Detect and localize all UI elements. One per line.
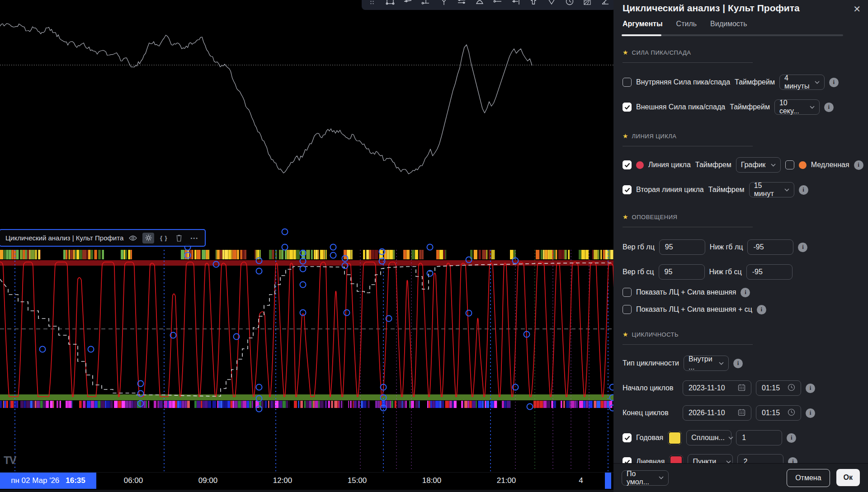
indicator-legend[interactable]: Циклический анализ | Культ Профита { } •… [0, 229, 206, 247]
checkbox-show-lc-outer-sc[interactable] [623, 305, 632, 314]
parallel-channel-tool-icon[interactable] [456, 0, 467, 7]
info-icon[interactable]: i [806, 384, 815, 393]
dialog-footer: По умол... Отмена Ок [613, 463, 868, 492]
slow-line-color-swatch[interactable] [799, 161, 807, 169]
arrow-marker-tool-icon[interactable] [528, 0, 539, 7]
star-icon: ★ [623, 331, 628, 338]
more-options-icon[interactable]: ••• [189, 233, 200, 244]
row-show-lc-outer: Показать ЛЦ + Сила внешняя i [623, 286, 861, 299]
input-lower-bound-lc[interactable]: -95 [747, 239, 793, 255]
calendar-icon [738, 384, 745, 393]
cycle-line-color-swatch[interactable] [636, 161, 644, 169]
tab-visibility[interactable]: Видимость [710, 20, 747, 33]
tab-arguments[interactable]: Аргументы [623, 20, 663, 33]
checkbox-cycle-line[interactable] [623, 160, 632, 169]
input-end-time[interactable]: 01:15 [756, 405, 801, 421]
star-icon: ★ [623, 213, 628, 220]
input-start-date[interactable]: 2023-11-10 [683, 380, 751, 396]
row-inner-peak-strength: Внутряняя Сила пика/спада Таймфрейм 4 ми… [623, 74, 861, 90]
input-lower-bound-sc[interactable]: -95 [746, 264, 793, 280]
close-icon[interactable]: ✕ [853, 4, 861, 14]
time-tick: 09:00 [198, 476, 218, 485]
trend-angle-tool-icon[interactable] [599, 0, 611, 7]
info-icon[interactable]: i [829, 78, 839, 87]
input-upper-bound-lc[interactable]: 95 [659, 239, 705, 255]
info-icon[interactable]: i [806, 408, 815, 418]
gear-icon[interactable] [142, 233, 154, 244]
row-cycles-end: Конец циклов 2026-11-10 01:15 i [623, 405, 861, 421]
eye-icon[interactable] [127, 233, 139, 244]
trendline-tool-icon[interactable] [402, 0, 414, 7]
gann-box-tool-icon[interactable] [581, 0, 593, 7]
row-cyclicity-type: Тип цикличности Внутри ... i [623, 355, 861, 371]
section-cycle-line: ★ ЛИНИЯ ЦИКЛА [623, 132, 753, 146]
tab-underline [622, 34, 843, 36]
calendar-icon [738, 408, 745, 418]
star-icon: ★ [623, 132, 628, 140]
time-tick: 12:00 [273, 476, 292, 485]
rectangle-tool-icon[interactable] [384, 0, 396, 7]
yearly-color-swatch[interactable] [668, 431, 682, 445]
badge-time: 16:35 [66, 476, 85, 485]
checkbox-show-lc-outer[interactable] [623, 288, 632, 297]
time-tick: 4 [579, 476, 583, 485]
dropdown-cycle-timeframe[interactable]: График [736, 157, 781, 173]
time-tick: 06:00 [124, 476, 143, 485]
section-alerts: ★ ОПОВЕЩЕНИЯ [623, 213, 753, 227]
dropdown-defaults[interactable]: По умол... [622, 470, 669, 486]
dropdown-outer-peak-timeframe[interactable]: 10 секу... [774, 99, 820, 115]
triangle-pattern-tool-icon[interactable] [546, 0, 557, 7]
dropdown-yearly-style[interactable]: Сплошн... [686, 430, 731, 445]
info-icon[interactable]: i [798, 243, 807, 252]
clock-icon [788, 384, 795, 393]
input-upper-bound-sc[interactable]: 95 [659, 264, 705, 280]
drawing-toolbar[interactable] [362, 0, 616, 10]
info-icon[interactable]: i [757, 305, 766, 314]
checkbox-slow-line[interactable] [785, 160, 794, 169]
crosshair-time-badge: пн 02 Мар '26 16:35 [0, 473, 96, 489]
info-icon[interactable]: i [787, 433, 796, 443]
info-icon[interactable]: i [799, 185, 808, 195]
info-icon[interactable]: i [741, 288, 750, 297]
clock-icon [788, 408, 795, 418]
input-start-time[interactable]: 01:15 [756, 380, 801, 396]
time-axis[interactable]: пн 02 Мар '26 16:35 06:0009:0012:0015:00… [0, 472, 613, 490]
info-icon[interactable]: i [854, 160, 863, 170]
info-icon[interactable]: i [733, 359, 743, 368]
horizontal-ray-tool-icon[interactable] [492, 0, 504, 7]
tab-style[interactable]: Стиль [676, 20, 697, 33]
indicator-settings-dialog: Циклический анализ | Культ Профита ✕ Арг… [613, 0, 868, 492]
section-peak-strength: ★ СИЛА ПИКА/СПАДА [623, 49, 753, 63]
tradingview-logo: TV [4, 455, 16, 467]
badge-date: пн 02 Мар '26 [11, 476, 59, 485]
ok-button[interactable]: Ок [836, 469, 860, 486]
dialog-tabs: Аргументы Стиль Видимость [623, 20, 747, 33]
row-outer-peak-strength: Внешняя Сила пика/спада Таймфрейм 10 сек… [623, 99, 861, 115]
dropdown-inner-peak-timeframe[interactable]: 4 минуты [779, 75, 825, 90]
input-yearly-width[interactable]: 1 [736, 430, 782, 445]
row-alert-bounds-sc: Вер гб сц 95 Ниж гб сц -95 [623, 264, 861, 280]
dialog-title: Циклический анализ | Культ Профита [623, 3, 800, 14]
info-icon[interactable]: i [824, 103, 834, 112]
source-code-icon[interactable]: { } [158, 233, 170, 244]
trading-app-window: Циклический анализ | Культ Профита { } •… [0, 0, 868, 492]
checkbox-second-cycle[interactable] [623, 185, 632, 194]
pitchfork-tool-icon[interactable] [438, 0, 450, 7]
checkbox-yearly[interactable] [623, 433, 632, 442]
cancel-button[interactable]: Отмена [787, 469, 830, 487]
price-range-tool-icon[interactable] [510, 0, 522, 7]
time-tick: 18:00 [422, 476, 442, 485]
section-cyclicity: ★ ЦИКЛИЧНОСТЬ [623, 331, 753, 345]
checkbox-inner-peak[interactable] [623, 78, 632, 87]
checkbox-outer-peak[interactable] [623, 103, 632, 112]
cycle-clock-tool-icon[interactable] [564, 0, 576, 7]
arc-tool-icon[interactable] [474, 0, 486, 7]
row-yearly-cycle: Годовая Сплошн... 1 i [623, 430, 861, 446]
drag-handle-icon[interactable] [366, 0, 378, 7]
dropdown-cyclicity-type[interactable]: Внутри ... [684, 356, 729, 371]
time-tick: 21:00 [497, 476, 516, 485]
trash-icon[interactable] [173, 233, 185, 244]
vertical-line-tool-icon[interactable] [420, 0, 432, 7]
input-end-date[interactable]: 2026-11-10 [683, 405, 751, 421]
dropdown-second-cycle-timeframe[interactable]: 15 минут [749, 182, 794, 197]
